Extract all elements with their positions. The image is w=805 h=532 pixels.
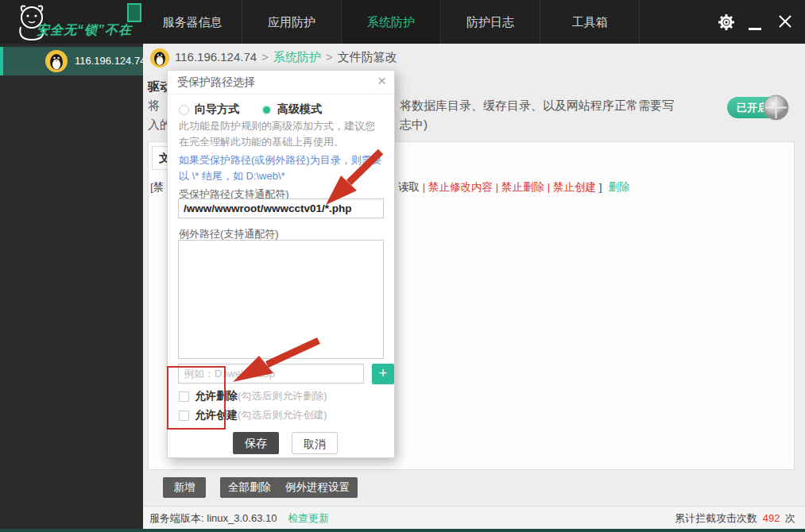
app-window: 安全无“锁”不在 服务器信息 应用防护 系统防护 防护日志 工具箱 xyxy=(0,0,805,532)
cancel-button[interactable]: 取消 xyxy=(292,432,338,454)
check-update-link[interactable]: 检查更新 xyxy=(288,512,329,524)
mode-radio-group: 向导方式 高级模式 xyxy=(179,102,322,117)
rule-bracket: ] xyxy=(596,181,602,193)
radio-wizard-label: 向导方式 xyxy=(195,102,239,117)
app-logo: 安全无“锁”不在 xyxy=(0,0,143,44)
attack-count-label: 累计拦截攻击次数 xyxy=(675,512,757,524)
checkbox-icon xyxy=(179,411,189,421)
status-bar: 服务端版本: linux_3.0.63.10 检查更新 累计拦截攻击次数 492… xyxy=(143,506,805,529)
rule-attrs-forbidden: | 禁止修改内容 | 禁止删除 | 禁止创建 xyxy=(420,181,596,193)
settings-gear-icon[interactable] xyxy=(718,13,735,31)
radio-icon xyxy=(179,105,189,115)
minimize-button[interactable] xyxy=(749,28,761,30)
allow-delete-label: 允许删除 xyxy=(195,389,238,403)
sidebar-server-ip: 116.196.124.74 xyxy=(75,47,145,75)
attack-count-value: 492 xyxy=(760,512,783,524)
path-format-hint-link[interactable]: 如果受保护路径(或例外路径)为目录，则需要以 \* 结尾，如 D:\web\* xyxy=(179,152,385,183)
linux-penguin-icon xyxy=(45,49,68,73)
server-version-label: 服务端版本: xyxy=(149,512,204,524)
tab-toolbox[interactable]: 工具箱 xyxy=(540,0,640,44)
tab-system-protection[interactable]: 系统防护 xyxy=(342,0,441,44)
breadcrumb-page: 文件防篡改 xyxy=(338,50,397,64)
title-bar: 安全无“锁”不在 服务器信息 应用防护 系统防护 防护日志 工具箱 xyxy=(0,0,805,44)
tab-app-protection[interactable]: 应用防护 xyxy=(242,0,342,44)
protected-path-input[interactable] xyxy=(178,199,384,218)
description-fragment: 志中) xyxy=(400,118,428,133)
rule-delete-link[interactable]: 删除 xyxy=(609,181,630,193)
linux-penguin-icon xyxy=(149,48,170,68)
server-sidebar: 116.196.124.74 xyxy=(0,44,143,529)
window-bottom-edge xyxy=(0,529,805,532)
description-fragment: 将 xyxy=(148,98,160,114)
allow-create-checkbox[interactable]: 允许创建 (勾选后则允许创建) xyxy=(179,408,327,422)
breadcrumb-separator: > xyxy=(321,50,338,64)
protected-path-dialog: 受保护路径选择 × 向导方式 高级模式 此功能是防护规则的高级添加方式，建议您在… xyxy=(167,70,395,458)
tab-protection-logs[interactable]: 防护日志 xyxy=(441,0,540,44)
radio-advanced-label: 高级模式 xyxy=(277,102,322,117)
dialog-header: 受保护路径选择 × xyxy=(168,71,394,94)
radio-wizard-mode[interactable]: 向导方式 xyxy=(179,102,239,117)
allow-delete-hint: (勾选后则允许删除) xyxy=(238,389,327,403)
rule-fragment-left: [禁 xyxy=(150,180,164,195)
toggle-knob-icon[interactable] xyxy=(763,94,789,121)
add-rule-button[interactable]: 新增 xyxy=(163,477,206,498)
breadcrumb-section-link[interactable]: 系统防护 xyxy=(273,50,321,64)
rule-attr-read: 读取 xyxy=(398,181,420,193)
attack-count-unit: 次 xyxy=(785,512,795,524)
breadcrumb-ip: 116.196.124.74 xyxy=(175,50,257,64)
checkbox-icon xyxy=(179,391,189,402)
description-fragment: 将数据库目录、缓存目录、以及网站程序正常需要写 xyxy=(400,98,674,114)
exception-process-button[interactable]: 例外进程设置 xyxy=(277,477,358,498)
delete-all-button[interactable]: 全部删除 xyxy=(220,477,279,498)
tab-server-info[interactable]: 服务器信息 xyxy=(143,0,242,44)
logo-slogan: 安全无“锁”不在 xyxy=(37,22,132,39)
allow-delete-checkbox[interactable]: 允许删除 (勾选后则允许删除) xyxy=(179,389,327,403)
sidebar-item-server[interactable]: 116.196.124.74 xyxy=(0,47,143,75)
dialog-close-icon[interactable]: × xyxy=(377,72,386,90)
main-nav: 服务器信息 应用防护 系统防护 防护日志 工具箱 xyxy=(143,0,640,44)
dialog-title: 受保护路径选择 xyxy=(177,75,255,90)
server-version-value: linux_3.0.63.10 xyxy=(207,512,277,524)
save-button[interactable]: 保存 xyxy=(233,432,279,454)
radio-checked-icon xyxy=(261,105,272,115)
radio-advanced-mode[interactable]: 高级模式 xyxy=(261,102,322,117)
allow-create-hint: (勾选后则允许创建) xyxy=(238,408,327,422)
allow-create-label: 允许创建 xyxy=(195,408,238,422)
breadcrumb-separator: > xyxy=(257,50,273,64)
exception-path-add-input[interactable] xyxy=(178,364,364,384)
logo-stamp-icon xyxy=(127,3,141,22)
add-path-button[interactable]: + xyxy=(372,364,394,384)
exception-path-textarea[interactable] xyxy=(178,240,384,359)
advanced-mode-note: 此功能是防护规则的高级添加方式，建议您在完全理解此功能的基础上再使用。 xyxy=(179,118,385,149)
close-window-icon[interactable] xyxy=(778,14,792,29)
